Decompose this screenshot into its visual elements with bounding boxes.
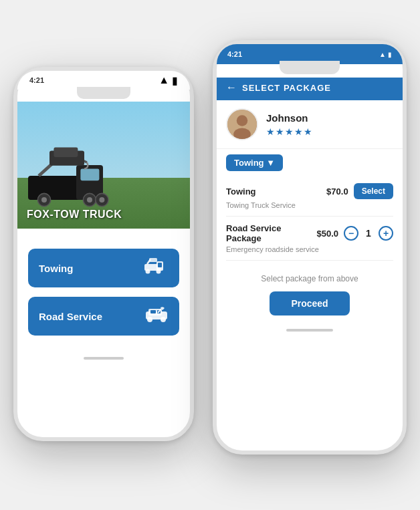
top-header: ← SELECT PACKAGE bbox=[217, 78, 403, 100]
qty-value: 1 bbox=[364, 228, 373, 239]
towing-label: Towing bbox=[39, 263, 73, 274]
left-status-icons: ▲ ▮ bbox=[159, 74, 178, 87]
avatar bbox=[226, 108, 258, 140]
svg-rect-15 bbox=[158, 263, 162, 267]
right-home-indicator bbox=[286, 329, 333, 332]
left-home-indicator bbox=[84, 357, 124, 360]
svg-point-29 bbox=[233, 128, 251, 140]
package-item-towing: Towing $70.0 Select Towing Truck Service bbox=[226, 176, 393, 217]
package-right-road-service: $50.0 − 1 + bbox=[316, 226, 393, 241]
right-battery-icon: ▮ bbox=[388, 51, 392, 58]
package-price-road-service: $50.0 bbox=[316, 229, 338, 239]
wifi-icon: ▲ bbox=[159, 74, 169, 86]
package-right-towing: $70.0 Select bbox=[326, 183, 393, 199]
svg-point-12 bbox=[99, 197, 104, 203]
svg-rect-22 bbox=[150, 310, 156, 313]
svg-point-8 bbox=[41, 197, 47, 203]
towing-button[interactable]: Towing bbox=[28, 249, 179, 287]
scene: 4:21 ▲ ▮ bbox=[0, 0, 420, 510]
provider-info: Johnson ★★★★★ bbox=[266, 112, 313, 137]
tow-truck-svg bbox=[23, 142, 130, 215]
right-wifi-icon: ▲ bbox=[379, 51, 386, 58]
package-desc-towing: Towing Truck Service bbox=[226, 201, 393, 209]
svg-rect-19 bbox=[149, 258, 157, 262]
package-price-towing: $70.0 bbox=[326, 186, 348, 197]
bottom-section: Select package from above Proceed bbox=[217, 261, 403, 322]
svg-point-16 bbox=[146, 269, 150, 273]
towing-icon bbox=[144, 257, 169, 279]
filter-section: Towing ▼ bbox=[217, 149, 403, 176]
header-title: SELECT PACKAGE bbox=[242, 83, 331, 93]
right-status-icons: ▲ ▮ bbox=[379, 51, 392, 58]
right-notch bbox=[280, 61, 340, 74]
svg-rect-6 bbox=[54, 148, 78, 157]
road-service-icon bbox=[144, 305, 169, 328]
svg-point-28 bbox=[237, 115, 248, 126]
filter-dropdown[interactable]: Towing ▼ bbox=[226, 154, 283, 171]
svg-point-10 bbox=[87, 197, 92, 203]
package-name-towing: Towing bbox=[226, 186, 256, 197]
qty-decrease-button[interactable]: − bbox=[344, 226, 358, 241]
truck-image: FOX-TOW TRUCK bbox=[17, 102, 190, 229]
left-time: 4:21 bbox=[29, 76, 44, 84]
packages-list: Towing $70.0 Select Towing Truck Service… bbox=[217, 176, 403, 261]
road-service-button[interactable]: Road Service bbox=[28, 297, 179, 336]
package-desc-road-service: Emergency roadside service bbox=[226, 245, 393, 253]
back-button[interactable]: ← bbox=[226, 82, 237, 94]
svg-rect-2 bbox=[80, 169, 99, 181]
select-button-towing[interactable]: Select bbox=[354, 183, 393, 199]
phone-left: 4:21 ▲ ▮ bbox=[13, 67, 194, 441]
battery-icon: ▮ bbox=[172, 74, 178, 87]
package-name-road-service: Road Service Package bbox=[226, 223, 316, 243]
left-notch bbox=[77, 87, 130, 99]
proceed-button[interactable]: Proceed bbox=[270, 291, 349, 315]
right-time: 4:21 bbox=[227, 50, 242, 58]
phone-right: 4:21 ▲ ▮ ← SELECT PACKAGE Johnson ★★★★★ bbox=[213, 40, 407, 455]
road-service-label: Road Service bbox=[39, 311, 102, 322]
svg-point-24 bbox=[147, 317, 152, 322]
package-row-road-service: Road Service Package $50.0 − 1 + bbox=[226, 223, 393, 243]
service-buttons: Towing Road Service bbox=[17, 229, 190, 346]
package-item-road-service: Road Service Package $50.0 − 1 + Emergen… bbox=[226, 217, 393, 261]
package-row-towing: Towing $70.0 Select bbox=[226, 183, 393, 199]
truck-label: FOX-TOW TRUCK bbox=[17, 209, 190, 221]
provider-stars: ★★★★★ bbox=[266, 126, 313, 137]
truck-label-text: FOX-TOW TRUCK bbox=[27, 209, 122, 220]
svg-point-17 bbox=[156, 269, 161, 273]
quantity-control: − 1 + bbox=[344, 226, 393, 241]
select-hint: Select package from above bbox=[226, 274, 393, 283]
provider-name: Johnson bbox=[266, 112, 313, 124]
qty-increase-button[interactable]: + bbox=[379, 226, 393, 241]
provider-section: Johnson ★★★★★ bbox=[217, 100, 403, 149]
svg-point-25 bbox=[161, 317, 166, 322]
